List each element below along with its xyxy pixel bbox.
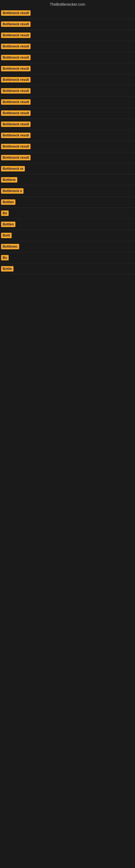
list-item: Bottleneck result bbox=[0, 108, 135, 119]
bottleneck-result-badge[interactable]: Bottleneck result bbox=[1, 10, 31, 16]
list-item: Bottlenec bbox=[0, 241, 135, 252]
bottleneck-result-badge[interactable]: Bottleneck result bbox=[1, 155, 31, 160]
list-item: Bottleneck result bbox=[0, 74, 135, 86]
list-item: Bottl bbox=[0, 230, 135, 241]
bottleneck-result-badge[interactable]: Bottlen bbox=[1, 199, 15, 205]
list-item: Bottleneck result bbox=[0, 30, 135, 41]
site-title: TheBottlenecker.com bbox=[0, 0, 135, 8]
bottleneck-result-badge[interactable]: Bottle bbox=[1, 266, 13, 272]
list-item: Bottleneck result bbox=[0, 141, 135, 152]
bottleneck-result-badge[interactable]: Bottleneck result bbox=[1, 144, 31, 149]
list-item: Bottle bbox=[0, 264, 135, 275]
list-item: Bottleneck result bbox=[0, 41, 135, 52]
list-item: Bottleneck result bbox=[0, 152, 135, 163]
list-item: Bottlen bbox=[0, 197, 135, 208]
bottleneck-result-badge[interactable]: Bo bbox=[1, 255, 9, 260]
bottleneck-result-badge[interactable]: Bottleneck result bbox=[1, 99, 31, 105]
list-item: Bottleneck result bbox=[0, 86, 135, 97]
bottleneck-result-badge[interactable]: Bottlene bbox=[1, 177, 17, 183]
bottleneck-result-badge[interactable]: Bottleneck result bbox=[1, 133, 31, 138]
bottleneck-result-badge[interactable]: Bottleneck result bbox=[1, 88, 31, 94]
list-item: Bottleneck result bbox=[0, 52, 135, 63]
list-item: Bottleneck re bbox=[0, 163, 135, 175]
list-item: Bo bbox=[0, 252, 135, 264]
list-item: Bottleneck result bbox=[0, 130, 135, 141]
bottleneck-result-badge[interactable]: Bottleneck result bbox=[1, 111, 31, 116]
list-item: Bottleneck result bbox=[0, 97, 135, 108]
bottleneck-result-badge[interactable]: Bottleneck result bbox=[1, 77, 31, 83]
bottleneck-result-badge[interactable]: Bottleneck result bbox=[1, 22, 31, 27]
bottleneck-result-badge[interactable]: Bo bbox=[1, 211, 9, 216]
list-item: Bottleneck result bbox=[0, 8, 135, 19]
list-item: Bottlene bbox=[0, 175, 135, 186]
list-item: Bottleneck e bbox=[0, 186, 135, 197]
rows-container: Bottleneck resultBottleneck resultBottle… bbox=[0, 8, 135, 275]
page-container: TheBottlenecker.com Bottleneck resultBot… bbox=[0, 0, 135, 275]
bottleneck-result-badge[interactable]: Bottlenec bbox=[1, 244, 19, 249]
bottleneck-result-badge[interactable]: Bottleneck result bbox=[1, 55, 31, 60]
bottleneck-result-badge[interactable]: Bottleneck result bbox=[1, 33, 31, 38]
bottleneck-result-badge[interactable]: Bottleneck result bbox=[1, 44, 31, 49]
bottleneck-result-badge[interactable]: Bottlen bbox=[1, 222, 15, 227]
bottleneck-result-badge[interactable]: Bottleneck e bbox=[1, 188, 24, 194]
list-item: Bottlen bbox=[0, 219, 135, 230]
bottleneck-result-badge[interactable]: Bottleneck result bbox=[1, 66, 31, 71]
list-item: Bottleneck result bbox=[0, 63, 135, 74]
bottleneck-result-badge[interactable]: Bottl bbox=[1, 233, 12, 238]
bottleneck-result-badge[interactable]: Bottleneck result bbox=[1, 122, 31, 127]
list-item: Bottleneck result bbox=[0, 119, 135, 130]
bottleneck-result-badge[interactable]: Bottleneck re bbox=[1, 166, 25, 172]
list-item: Bo bbox=[0, 208, 135, 219]
list-item: Bottleneck result bbox=[0, 19, 135, 30]
